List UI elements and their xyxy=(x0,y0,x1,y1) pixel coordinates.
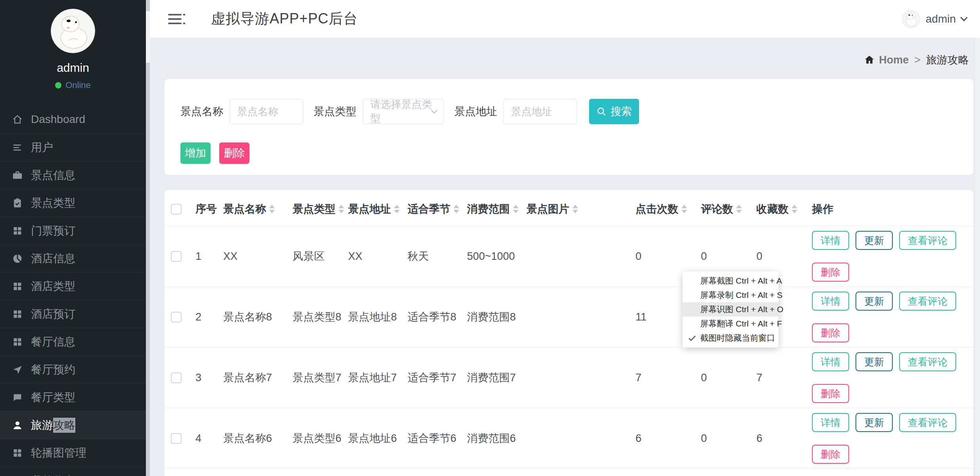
view-comments-button[interactable]: 查看评论 xyxy=(899,352,956,371)
menu-item-screen-capture[interactable]: 屏幕截图 Ctrl + Alt + A xyxy=(683,274,779,288)
cell-range: 消费范围8 xyxy=(467,310,526,324)
view-comments-button[interactable]: 查看评论 xyxy=(899,292,956,311)
sidebar-nav: Dashboard 用户 景点信息 景点类型 门票预订 酒店信息 酒店类型 酒 xyxy=(0,106,146,476)
breadcrumb-home[interactable]: Home xyxy=(864,54,909,66)
sidebar-item-label: 餐厅预约 xyxy=(31,362,75,377)
menu-item-screen-record[interactable]: 屏幕录制 Ctrl + Alt + S xyxy=(683,288,779,302)
sort-icon[interactable] xyxy=(513,205,519,213)
search-icon xyxy=(596,106,607,117)
menu-item-screen-translate[interactable]: 屏幕翻译 Ctrl + Alt + F xyxy=(683,317,779,331)
row-delete-button[interactable]: 删除 xyxy=(812,445,849,464)
cell-favorites: 6 xyxy=(756,432,812,445)
cell-index: 1 xyxy=(195,250,223,263)
clipboard-icon xyxy=(11,197,24,209)
table-row: 1 XX 风景区 XX 秋天 500~1000 0 0 0 详情 更新 查看评论… xyxy=(165,226,973,286)
sidebar-item-label: 酒店类型 xyxy=(31,279,75,294)
scenic-name-input[interactable] xyxy=(230,99,303,124)
sort-icon[interactable] xyxy=(394,205,400,213)
breadcrumb-current: 旅游攻略 xyxy=(926,53,969,67)
menu-toggle-icon[interactable] xyxy=(168,11,186,27)
row-checkbox[interactable] xyxy=(171,433,182,444)
row-checkbox[interactable] xyxy=(171,312,182,322)
comment-icon xyxy=(11,391,24,404)
search-button[interactable]: 搜索 xyxy=(589,99,639,124)
cell-season: 秋天 xyxy=(408,249,467,263)
field-label-type: 景点类型 xyxy=(314,104,356,119)
sidebar-item-carousel-mgmt[interactable]: 轮播图管理 xyxy=(0,439,146,466)
detail-button[interactable]: 详情 xyxy=(812,292,849,311)
sidebar-item-restaurant-type[interactable]: 餐厅类型 xyxy=(0,383,146,411)
cell-season: 适合季节8 xyxy=(408,310,467,324)
polar-bear-avatar-icon xyxy=(51,9,95,53)
col-type: 景点类型 xyxy=(293,202,348,216)
row-checkbox[interactable] xyxy=(171,251,182,262)
menu-item-hide-window[interactable]: 截图时隐藏当前窗口 xyxy=(683,331,779,345)
grid-icon xyxy=(11,447,24,459)
sidebar-item-travel-guide[interactable]: 旅游攻略 xyxy=(0,411,146,439)
sort-icon[interactable] xyxy=(572,205,578,213)
scrollbar-thumb[interactable] xyxy=(146,11,150,63)
col-clicks: 点击次数 xyxy=(635,202,701,216)
sort-icon[interactable] xyxy=(736,205,742,213)
sidebar-item-scenic-type[interactable]: 景点类型 xyxy=(0,189,146,217)
detail-button[interactable]: 详情 xyxy=(812,352,849,371)
search-panel: 景点名称 景点类型 请选择景点类型 景点地址 搜索 增加 删除 xyxy=(165,79,973,175)
user-icon xyxy=(11,419,24,432)
sidebar-item-hotel-type[interactable]: 酒店类型 xyxy=(0,272,146,300)
sidebar-item-hotel-booking[interactable]: 酒店预订 xyxy=(0,300,146,328)
page-title: 虚拟导游APP+PC后台 xyxy=(211,9,358,29)
sidebar-item-users[interactable]: 用户 xyxy=(0,133,146,161)
card-icon xyxy=(11,474,24,476)
row-delete-button[interactable]: 删除 xyxy=(812,263,849,282)
cell-address: 景点地址6 xyxy=(348,431,408,445)
cell-name: 景点名称7 xyxy=(223,370,293,385)
sort-icon[interactable] xyxy=(681,205,687,213)
row-delete-button[interactable]: 删除 xyxy=(812,323,849,342)
online-status: Online xyxy=(0,80,146,90)
sidebar-scrollbar[interactable] xyxy=(146,0,150,476)
add-button[interactable]: 增加 xyxy=(180,142,211,164)
col-actions: 操作 xyxy=(812,202,973,216)
cell-name: XX xyxy=(223,250,293,263)
update-button[interactable]: 更新 xyxy=(856,231,893,250)
cell-season: 适合季节6 xyxy=(408,431,467,445)
sidebar-item-ticket-booking[interactable]: 门票预订 xyxy=(0,217,146,244)
update-button[interactable]: 更新 xyxy=(856,413,893,432)
cell-comments: 0 xyxy=(701,432,756,445)
col-range: 消费范围 xyxy=(467,202,526,216)
sidebar-item-hotel-info[interactable]: 酒店信息 xyxy=(0,244,146,272)
select-placeholder: 请选择景点类型 xyxy=(370,98,432,125)
detail-button[interactable]: 详情 xyxy=(812,231,849,250)
sidebar-item-restaurant-info[interactable]: 餐厅信息 xyxy=(0,328,146,355)
sidebar-item-my-info[interactable]: 我的信息 xyxy=(0,466,146,476)
col-name: 景点名称 xyxy=(223,202,293,216)
select-all-checkbox[interactable] xyxy=(171,204,182,215)
sort-icon[interactable] xyxy=(792,205,797,213)
cell-address: 景点地址8 xyxy=(348,310,408,324)
cell-season: 适合季节7 xyxy=(408,370,467,385)
sidebar-item-dashboard[interactable]: Dashboard xyxy=(0,106,146,133)
scenic-address-input[interactable] xyxy=(503,99,577,124)
page-scrollbar[interactable] xyxy=(974,38,980,476)
row-delete-button[interactable]: 删除 xyxy=(812,384,849,403)
sidebar-item-scenic-info[interactable]: 景点信息 xyxy=(0,161,146,189)
delete-button[interactable]: 删除 xyxy=(219,142,249,164)
sort-icon[interactable] xyxy=(339,205,344,213)
chevron-down-icon xyxy=(960,14,967,21)
scenic-type-select[interactable]: 请选择景点类型 xyxy=(363,99,444,124)
view-comments-button[interactable]: 查看评论 xyxy=(899,413,956,432)
sidebar-item-label: 餐厅类型 xyxy=(31,390,75,405)
sort-icon[interactable] xyxy=(454,205,459,213)
user-menu[interactable]: admin xyxy=(902,10,967,28)
cell-name: 景点名称8 xyxy=(223,310,293,324)
home-icon xyxy=(864,54,875,65)
update-button[interactable]: 更新 xyxy=(856,292,893,311)
detail-button[interactable]: 详情 xyxy=(812,413,849,432)
update-button[interactable]: 更新 xyxy=(856,352,893,371)
row-checkbox[interactable] xyxy=(171,372,182,383)
menu-item-screen-ocr[interactable]: 屏幕识图 Ctrl + Alt + O xyxy=(683,302,779,317)
sort-icon[interactable] xyxy=(269,205,275,213)
cell-favorites: 0 xyxy=(756,250,812,263)
sidebar-item-restaurant-reserve[interactable]: 餐厅预约 xyxy=(0,355,146,383)
view-comments-button[interactable]: 查看评论 xyxy=(899,231,956,250)
